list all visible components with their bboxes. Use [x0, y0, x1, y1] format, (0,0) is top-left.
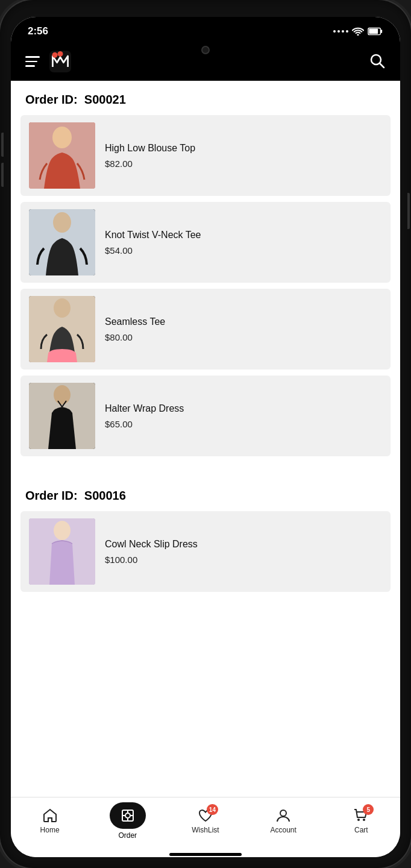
- product-image-cowl-slip: [29, 518, 95, 585]
- svg-point-20: [54, 521, 71, 540]
- header-left: [25, 51, 71, 72]
- main-content: Order ID: S00021: [11, 81, 400, 797]
- volume-up-button[interactable]: [1, 133, 4, 157]
- app-logo: [49, 51, 71, 72]
- svg-point-12: [53, 212, 71, 233]
- battery-icon: [368, 27, 383, 36]
- account-icon: [275, 808, 291, 823]
- nav-item-order[interactable]: Order: [110, 802, 146, 840]
- svg-point-28: [357, 819, 360, 821]
- cart-icon-wrap: 5: [353, 808, 369, 823]
- nav-label-account: Account: [270, 826, 296, 834]
- home-indicator: [169, 853, 242, 856]
- item-name-4: Halter Wrap Dress: [105, 403, 382, 415]
- order-items-2: Cowl Neck Slip Dress $100.00: [20, 511, 391, 598]
- cart-badge: 5: [363, 804, 374, 815]
- svg-point-6: [371, 55, 381, 64]
- product-image-high-low-blouse: [29, 122, 95, 189]
- item-name-1: High Low Blouse Top: [105, 142, 382, 155]
- order-item[interactable]: Knot Twist V-Neck Tee $54.00: [20, 202, 391, 283]
- item-name-5: Cowl Neck Slip Dress: [105, 538, 382, 551]
- phone-frame: 2:56: [0, 0, 411, 868]
- item-price-2: $54.00: [105, 245, 382, 256]
- item-image-1: [29, 122, 95, 189]
- wishlist-badge: 14: [207, 804, 218, 815]
- signal-dots-icon: [333, 30, 348, 33]
- order-active-pill: [110, 802, 146, 829]
- home-icon-wrap: [42, 808, 58, 823]
- nav-item-account[interactable]: Account: [265, 808, 301, 834]
- status-bar: 2:56: [11, 17, 400, 43]
- item-name-2: Knot Twist V-Neck Tee: [105, 229, 382, 242]
- svg-point-22: [125, 813, 130, 818]
- nav-item-home[interactable]: Home: [32, 808, 68, 834]
- svg-point-4: [52, 52, 58, 58]
- product-image-seamless-tee: [29, 296, 95, 362]
- item-info-4: Halter Wrap Dress $65.00: [105, 403, 382, 429]
- item-image-4: [29, 383, 95, 449]
- order-section-1: Order ID: S00021: [11, 81, 400, 462]
- order-icon-wrap: [110, 802, 146, 829]
- item-image-2: [29, 209, 95, 275]
- nav-item-wishlist[interactable]: 14 WishList: [187, 808, 224, 834]
- item-info-1: High Low Blouse Top $82.00: [105, 142, 382, 169]
- order-item[interactable]: High Low Blouse Top $82.00: [20, 115, 391, 196]
- search-button[interactable]: [369, 52, 386, 71]
- svg-rect-1: [380, 30, 382, 33]
- order-items-1: High Low Blouse Top $82.00: [20, 115, 391, 462]
- svg-point-27: [280, 810, 286, 816]
- order-item[interactable]: Halter Wrap Dress $65.00: [20, 376, 391, 456]
- svg-rect-10: [29, 122, 95, 189]
- nav-label-order: Order: [118, 831, 137, 840]
- product-image-halter-dress: [29, 383, 95, 449]
- svg-rect-2: [369, 29, 378, 34]
- bottom-nav: Home Order: [11, 797, 400, 849]
- order-item[interactable]: Cowl Neck Slip Dress $100.00: [20, 511, 391, 592]
- phone-screen: 2:56: [11, 17, 400, 857]
- item-name-3: Seamless Tee: [105, 316, 382, 329]
- nav-label-home: Home: [40, 826, 60, 834]
- nav-label-wishlist: WishList: [192, 826, 219, 834]
- status-time: 2:56: [28, 25, 48, 37]
- nav-label-cart: Cart: [354, 826, 368, 834]
- svg-point-14: [54, 298, 71, 318]
- item-price-4: $65.00: [105, 419, 382, 429]
- item-image-3: [29, 296, 95, 362]
- item-info-3: Seamless Tee $80.00: [105, 316, 382, 342]
- order-item[interactable]: Seamless Tee $80.00: [20, 289, 391, 370]
- order-id-1: Order ID: S00021: [25, 93, 386, 107]
- wishlist-icon-wrap: 14: [198, 808, 213, 823]
- wifi-icon: [352, 27, 364, 36]
- power-button[interactable]: [407, 193, 410, 229]
- order-id-2: Order ID: S00016: [25, 489, 386, 503]
- svg-line-7: [380, 63, 384, 68]
- item-price-5: $100.00: [105, 555, 382, 565]
- product-image-knot-tee: [29, 209, 95, 275]
- nav-item-cart[interactable]: 5 Cart: [343, 808, 379, 834]
- status-icons: [333, 27, 383, 36]
- home-icon: [42, 808, 58, 823]
- account-icon-wrap: [275, 808, 291, 823]
- svg-point-16: [54, 385, 71, 404]
- menu-button[interactable]: [25, 56, 40, 67]
- svg-point-29: [363, 819, 365, 821]
- order-section-2: Order ID: S00016: [11, 477, 400, 598]
- item-info-5: Cowl Neck Slip Dress $100.00: [105, 538, 382, 565]
- home-indicator-area: [11, 849, 400, 857]
- item-price-3: $80.00: [105, 332, 382, 342]
- item-price-1: $82.00: [105, 159, 382, 169]
- order-icon: [121, 808, 135, 823]
- front-camera: [201, 46, 210, 54]
- item-info-2: Knot Twist V-Neck Tee $54.00: [105, 229, 382, 256]
- svg-point-5: [58, 51, 63, 57]
- item-image-5: [29, 518, 95, 585]
- volume-down-button[interactable]: [1, 163, 4, 187]
